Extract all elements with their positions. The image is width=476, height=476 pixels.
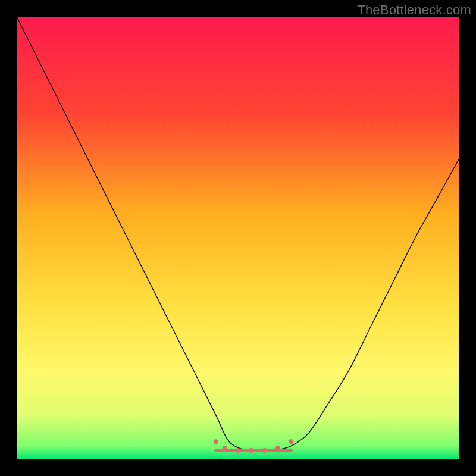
svg-point-8 [289, 439, 293, 444]
watermark-text: TheBottleneck.com [357, 2, 471, 18]
svg-rect-0 [17, 17, 459, 459]
chart-frame: TheBottleneck.com [0, 0, 476, 476]
svg-point-6 [262, 448, 267, 453]
svg-point-2 [214, 439, 218, 444]
chart-plot-area [17, 17, 459, 459]
svg-point-3 [223, 446, 227, 450]
chart-svg [17, 17, 459, 459]
svg-point-7 [275, 446, 280, 450]
svg-point-4 [236, 448, 240, 453]
svg-point-5 [249, 448, 253, 453]
